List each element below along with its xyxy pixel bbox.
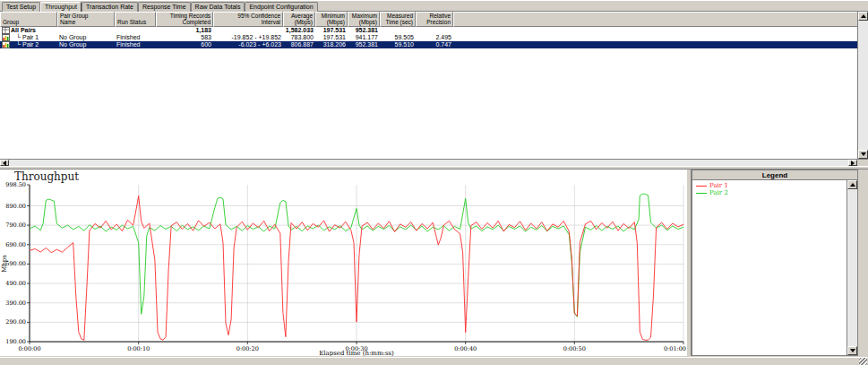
row-label: Pair 2 [22,41,39,48]
tab-test-setup[interactable]: Test Setup [2,2,40,12]
legend-scroll-down-button[interactable] [847,346,857,355]
y-tick-label: 290.00 [5,318,26,326]
cell-records: 583 [156,34,213,41]
x-tick-label: 0:00:10 [127,345,150,352]
cell-name: No Group [57,41,115,48]
tab-response-time[interactable]: Response Time [138,2,191,12]
x-tick-label: 0:01:00 [664,345,686,352]
cell-time [380,27,416,34]
cell-records: 600 [156,41,213,48]
column-header-timing-records-completed[interactable]: Timing RecordsCompleted [156,12,213,27]
scroll-up-button[interactable] [858,12,868,21]
cell-ci [213,27,283,34]
y-tick-label: 390.00 [5,300,26,307]
resize-grip[interactable] [859,358,867,365]
scroll-left-button[interactable] [0,160,9,166]
results-table: GroupPair GroupNameRun StatusTiming Reco… [0,12,868,159]
y-tick-label: 190.00 [5,338,26,345]
cell-time: 59.505 [380,34,416,41]
table-row-all-pairs[interactable]: All Pairs1,1831,582.033197.531952.381 [0,27,857,34]
y-axis-title: Mbps [1,255,8,273]
cell-avg: 806.887 [283,41,315,48]
legend-item-label: Pair 2 [709,189,728,196]
y-tick-label: 590.00 [5,260,26,267]
cell-max: 941.177 [348,34,380,41]
row-label: All Pairs [11,27,36,33]
column-header-pair-group-name[interactable]: Pair GroupName [57,12,115,27]
right-arrow-icon [851,161,855,166]
cell-group: └Pair 2 [0,41,57,48]
down-arrow-icon [861,152,866,156]
cell-avg: 783.800 [283,34,315,41]
row-label: Pair 1 [22,34,39,40]
legend-header: Legend [692,170,857,180]
cell-status: Finished [115,41,156,48]
legend-panel: Legend Pair 1Pair 2 [692,169,858,356]
scroll-down-button[interactable] [858,150,868,159]
column-header-measured-time-sec[interactable]: MeasuredTime (sec) [380,12,416,27]
column-header-group[interactable]: Group [0,12,57,27]
cell-prec: 0.747 [416,41,453,48]
legend-item-pair-2[interactable]: Pair 2 [696,189,847,196]
cell-name: No Group [57,34,115,41]
cell-min: 318.206 [315,41,348,48]
up-arrow-icon [861,14,866,18]
pair-chart-icon [2,34,10,40]
x-tick-label: 0:00:50 [563,345,586,352]
column-header-filler [453,12,858,27]
x-tick-label: 0:00:40 [454,345,477,352]
status-bar [0,357,868,365]
cell-status [115,27,156,34]
scroll-right-button[interactable] [848,160,857,166]
column-header-average-mbps[interactable]: Average(Mbps) [283,12,315,27]
table-row-pair-1[interactable]: └Pair 1No GroupFinished583-19.852 - +19.… [0,34,857,41]
cell-ci: -19.852 - +19.852 [213,34,283,41]
y-tick-label: 890.00 [5,203,26,210]
cell-max: 952.381 [348,27,380,34]
chart-panel: Throughput 0:00:000:00:100:00:200:00:300… [0,169,686,356]
x-tick-label: 0:00:00 [18,345,40,352]
throughput-chart: 0:00:000:00:100:00:200:00:300:00:400:00:… [0,169,686,356]
legend-line-sample [696,193,707,194]
cell-max: 952.381 [348,41,380,48]
app-window: Test SetupThroughputTransaction RateResp… [0,0,868,365]
tab-bar: Test SetupThroughputTransaction RateResp… [0,1,868,12]
pair-chart-icon [2,41,10,48]
all-pairs-grid-icon [2,27,10,33]
table-body: All Pairs1,1831,582.033197.531952.381└Pa… [0,27,857,48]
tree-branch-icon: └ [16,41,21,48]
table-row-pair-2[interactable]: └Pair 2No GroupFinished600-6.023 - +6.02… [0,41,857,48]
down-arrow-icon [850,349,855,352]
legend-item-pair-1[interactable]: Pair 1 [696,182,847,189]
legend-item-label: Pair 1 [709,182,728,189]
cell-prec [416,27,453,34]
column-header-95-confidence-interval[interactable]: 95% ConfidenceInterval [213,12,283,27]
tab-throughput[interactable]: Throughput [40,2,82,12]
y-tick-label: 490.00 [5,280,26,287]
cell-ci: -6.023 - +6.023 [213,41,283,48]
y-tick-label: 690.00 [5,241,26,248]
x-axis-title: Elapsed time (h:mm:ss) [319,350,394,356]
column-header-maximum-mbps[interactable]: Maximum(Mbps) [348,12,380,27]
column-header-run-status[interactable]: Run Status [115,12,156,27]
legend-scrollbar[interactable] [847,180,857,355]
table-vertical-scrollbar[interactable] [857,12,868,159]
cell-avg: 1,582.033 [283,27,315,34]
tab-transaction-rate[interactable]: Transaction Rate [82,2,138,12]
x-tick-label: 0:00:20 [236,345,259,352]
tab-endpoint-configuration[interactable]: Endpoint Configuration [245,2,317,12]
cell-time: 59.510 [380,41,416,48]
legend-scroll-up-button[interactable] [847,180,857,189]
y-tick-label: 790.00 [5,222,26,229]
tab-raw-data-totals[interactable]: Raw Data Totals [191,2,245,12]
left-arrow-icon [3,161,6,166]
column-header-relative-precision[interactable]: RelativePrecision [416,12,453,27]
cell-group: └Pair 1 [0,34,57,41]
cell-records: 1,183 [156,27,213,34]
cell-group: All Pairs [0,27,57,34]
table-header: GroupPair GroupNameRun StatusTiming Reco… [0,12,858,27]
table-horizontal-scrollbar[interactable] [0,159,868,166]
cell-name [57,27,115,34]
chart-title: Throughput [14,170,79,183]
column-header-minimum-mbps[interactable]: Minimum(Mbps) [315,12,348,27]
